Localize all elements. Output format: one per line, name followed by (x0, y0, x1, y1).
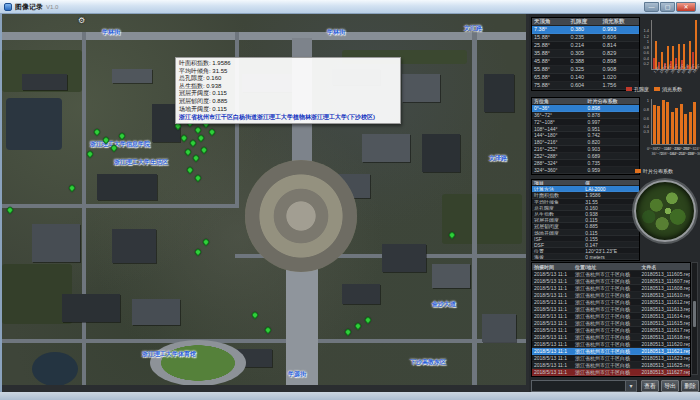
y-tick-label: 0.8 (640, 108, 649, 112)
table-row[interactable]: 2018/5/13 11:1浙江省杭州市江干区白杨20180513_111613… (532, 306, 690, 313)
table-row[interactable]: 108°~144°0.951 (532, 126, 639, 133)
fisheye-canopy-photo[interactable] (634, 180, 696, 242)
green-location-pin[interactable] (354, 322, 362, 330)
green-location-pin[interactable] (192, 154, 200, 162)
export-button[interactable]: 导出 (661, 380, 679, 392)
bar (662, 100, 665, 144)
green-location-pin[interactable] (344, 328, 352, 336)
table-row[interactable]: 2018/5/13 11:1浙江省杭州市江干区白杨20180513_111618… (532, 334, 690, 341)
green-location-pin[interactable] (93, 128, 101, 136)
table-row[interactable]: 7.38°0.3800.993 (532, 26, 639, 34)
table-row[interactable]: 2018/5/13 11:1浙江省杭州市江干区白杨20180513_111610… (532, 292, 690, 299)
cell: 浙江省杭州市江干区白杨 (573, 285, 639, 291)
file-filter-combobox[interactable]: ▾ (531, 380, 637, 392)
green-location-pin[interactable] (202, 238, 210, 246)
table-row[interactable]: 252°~288°0.689 (532, 153, 639, 160)
green-location-pin[interactable] (197, 134, 205, 142)
cell: 0.885 (583, 223, 639, 228)
map-building (362, 134, 410, 162)
green-location-pin[interactable] (200, 146, 208, 154)
scrollbar-thumb[interactable] (693, 301, 696, 327)
table-header-row: 方位角叶片分布系数 (532, 98, 639, 105)
green-location-pin[interactable] (186, 166, 194, 174)
legend-label: 孔隙度 (634, 86, 649, 92)
popup-address[interactable]: 浙江省杭州市江干区白杨街道浙江理工大学植物林浙江理工大学(下沙校区) (179, 113, 397, 121)
table-row[interactable]: 2018/5/13 11:1浙江省杭州市江干区白杨20180513_111625… (532, 362, 690, 369)
table-row[interactable]: 2018/5/13 11:1浙江省杭州市江干区白杨20180513_111615… (532, 320, 690, 327)
cell: 0°~36° (532, 105, 586, 111)
satellite-map[interactable]: 学林街学林街文汇路浙江理工大学信息学院浙江理工大学生活区文泽路金沙大道浙江理工大… (2, 14, 526, 385)
table-row[interactable]: 65.88°0.1401.020 (532, 74, 639, 82)
map-settings-icon[interactable]: ⚙ (78, 16, 85, 25)
table-row[interactable]: 72°~108°0.997 (532, 119, 639, 126)
table-row[interactable]: 36°~72°0.878 (532, 112, 639, 119)
title-bar[interactable]: 图像记录 V1.0 — ▢ ✕ (0, 0, 700, 14)
table-row[interactable]: 海拔0 meters (532, 254, 639, 260)
green-location-pin[interactable] (184, 148, 192, 156)
column-header: 孔隙度 (568, 18, 600, 25)
table-row[interactable]: 0°~36°0.898 (532, 105, 639, 112)
cell: 20180513_111618.rep (639, 334, 690, 340)
cell: 0.140 (568, 74, 600, 81)
green-location-pin[interactable] (68, 184, 76, 192)
map-building (432, 264, 470, 288)
map-building (132, 299, 180, 325)
table-row[interactable]: 25.88°0.2140.814 (532, 42, 639, 50)
y-tick-label: 0.6 (640, 117, 649, 121)
table-row[interactable]: 2018/5/13 11:1浙江省杭州市江干区白杨20180513_111617… (532, 327, 690, 334)
table-row[interactable]: 2018/5/13 11:1浙江省杭州市江干区白杨20180513_111620… (532, 341, 690, 348)
column-header: 天顶角 (532, 18, 568, 25)
cell: 0.325 (568, 66, 600, 73)
cell: 20180513_111623.rep (639, 355, 690, 361)
view-button[interactable]: 查看 (641, 380, 659, 392)
table-row[interactable]: 2018/5/13 11:1浙江省杭州市江干区白杨20180513_111614… (532, 313, 690, 320)
cell: 浙江省杭州市江干区白杨 (573, 362, 639, 368)
y-tick-label: 0.2 (640, 62, 649, 66)
bar (689, 112, 692, 144)
bar (695, 20, 697, 69)
legend-swatch (626, 87, 632, 91)
table-row[interactable]: 2018/5/13 11:1浙江省杭州市江干区白杨20180513_111608… (532, 285, 690, 292)
green-location-pin[interactable] (194, 126, 202, 134)
delete-button[interactable]: 删除 (681, 380, 699, 392)
table-row[interactable]: 288°~324°0.735 (532, 160, 639, 167)
table-row[interactable]: 216°~252°0.903 (532, 146, 639, 153)
green-location-pin[interactable] (264, 326, 272, 334)
cell: 20180513_111614.rep (639, 313, 690, 319)
green-location-pin[interactable] (86, 150, 94, 158)
minimize-button[interactable]: — (644, 2, 659, 12)
close-button[interactable]: ✕ (676, 2, 696, 12)
chevron-down-icon[interactable]: ▾ (625, 381, 636, 391)
green-location-pin[interactable] (180, 134, 188, 142)
table-row[interactable]: 2018/5/13 11:1浙江省杭州市江干区白杨20180513_111607… (532, 278, 690, 285)
cell: 浙江省杭州市江干区白杨 (573, 271, 639, 277)
green-location-pin[interactable] (194, 174, 202, 182)
green-location-pin[interactable] (208, 128, 216, 136)
y-tick-label: 0.4 (640, 125, 649, 129)
table-row[interactable]: 45.88°0.3880.898 (532, 58, 639, 66)
cell: 20180513_111617.rep (639, 327, 690, 333)
table-row[interactable]: 180°~216°0.820 (532, 139, 639, 146)
green-location-pin[interactable] (364, 316, 372, 324)
table-row[interactable]: 2018/5/13 11:1浙江省杭州市江干区白杨20180513_111621… (532, 348, 690, 355)
green-location-pin[interactable] (251, 311, 259, 319)
cell: 55.88° (532, 66, 568, 73)
table-row[interactable]: 2018/5/13 11:1浙江省杭州市江干区白杨20180513_111612… (532, 299, 690, 306)
green-location-pin[interactable] (118, 132, 126, 140)
table-row[interactable]: 35.88°0.3050.829 (532, 50, 639, 58)
maximize-button[interactable]: ▢ (660, 2, 675, 12)
table-row[interactable]: 55.88°0.3250.908 (532, 66, 639, 74)
table-row[interactable]: 2018/5/13 11:1浙江省杭州市江干区白杨20180513_111627… (532, 369, 690, 376)
map-road (2, 339, 526, 343)
table-row[interactable]: 2018/5/13 11:1浙江省杭州市江干区白杨20180513_111623… (532, 355, 690, 362)
cell: LAI-2000 (583, 186, 639, 191)
bar (671, 112, 674, 145)
files-scrollbar[interactable] (691, 262, 698, 375)
street-label: 浙江理工大学体育馆 (142, 350, 196, 359)
table-row[interactable]: 144°~180°0.742 (532, 132, 639, 139)
table-row[interactable]: 2018/5/13 11:1浙江省杭州市江干区白杨20180513_111605… (532, 271, 690, 278)
map-building (482, 314, 516, 342)
green-location-pin[interactable] (194, 248, 202, 256)
green-location-pin[interactable] (189, 139, 197, 147)
table-row[interactable]: 15.88°0.2350.606 (532, 34, 639, 42)
